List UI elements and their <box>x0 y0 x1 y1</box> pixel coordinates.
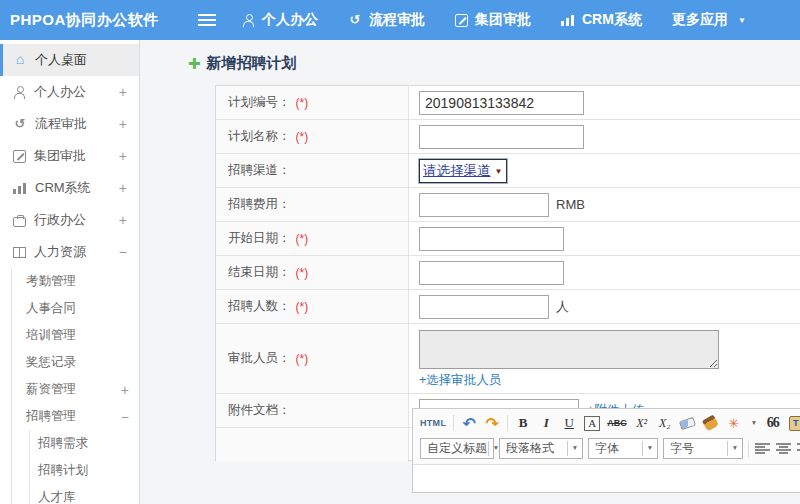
topnav-label: 个人办公 <box>262 11 318 29</box>
edit-icon <box>455 14 468 27</box>
person-icon <box>13 86 26 99</box>
sidebar-item-label: 考勤管理 <box>26 273 76 290</box>
sidebar-item-crm-system[interactable]: CRM系统 + <box>0 172 139 204</box>
sidebar-item-attendance[interactable]: 考勤管理 <box>12 268 139 295</box>
workflow-icon <box>348 13 362 27</box>
bold-button[interactable]: B <box>515 414 531 432</box>
font-size-select[interactable]: 字号 <box>663 438 743 459</box>
topbar: PHPOA协同办公软件 个人办公 流程审批 集团审批 CRM系统 更多应用 <box>0 0 800 40</box>
sidebar-item-label: 奖惩记录 <box>26 354 76 371</box>
sidebar-item-label: 个人桌面 <box>35 51 87 69</box>
align-right-icon[interactable] <box>797 443 800 454</box>
undo-icon[interactable]: ↶ <box>461 414 477 432</box>
collapse-icon[interactable]: − <box>119 244 127 260</box>
fee-input[interactable] <box>419 193 549 217</box>
required-mark: (*) <box>296 300 309 314</box>
eraser-icon[interactable] <box>679 416 696 429</box>
border-text-button[interactable]: A <box>584 416 600 431</box>
topnav-label: 更多应用 <box>672 11 728 29</box>
approvers-textarea[interactable] <box>419 330 719 369</box>
sidebar-item-hr-contract[interactable]: 人事合同 <box>12 295 139 322</box>
start-date-input[interactable] <box>419 227 564 251</box>
blockquote-button[interactable]: 66 <box>765 414 781 432</box>
divider <box>507 415 508 431</box>
plan-number-input[interactable] <box>419 91 584 115</box>
field-label: 结束日期： (*) <box>216 256 409 289</box>
sidebar-item-talent-pool[interactable]: 人才库 <box>30 484 139 504</box>
topnav-label: CRM系统 <box>582 11 642 29</box>
collapse-icon[interactable]: − <box>121 409 129 425</box>
subscript-button[interactable]: X₂ <box>657 414 673 432</box>
superscript-button[interactable]: X² <box>634 414 650 432</box>
editor-content-area[interactable] <box>413 464 800 492</box>
form-row-headcount: 招聘人数： (*) 人 <box>216 290 800 324</box>
font-family-select[interactable]: 字体 <box>588 438 658 459</box>
plus-icon: ✚ <box>188 55 201 73</box>
rich-text-editor: HTML ↶ ↷ B I U A ABC X² X₂ ✳ <box>412 408 800 493</box>
paste-text-icon[interactable]: T <box>789 416 800 431</box>
sidebar-item-personal-office[interactable]: 个人办公 + <box>0 76 139 108</box>
menu-icon[interactable] <box>198 14 216 26</box>
sidebar-item-reward-punishment[interactable]: 奖惩记录 <box>12 349 139 376</box>
expand-icon[interactable]: + <box>119 84 127 100</box>
spell-check-icon[interactable]: ✳ <box>726 414 742 432</box>
sidebar-item-personal-desktop[interactable]: 个人桌面 <box>0 44 139 76</box>
expand-icon[interactable]: + <box>119 212 127 228</box>
caret-down-icon <box>642 441 654 456</box>
headcount-input[interactable] <box>419 295 549 319</box>
form-row-plan-number: 计划编号： (*) <box>216 86 800 120</box>
expand-icon[interactable]: + <box>119 180 127 196</box>
topnav-personal-office[interactable]: 个人办公 <box>242 11 318 29</box>
top-navigation: 个人办公 流程审批 集团审批 CRM系统 更多应用 <box>242 11 747 29</box>
field-label: 招聘费用： <box>216 188 409 221</box>
redo-icon[interactable]: ↷ <box>484 414 500 432</box>
topnav-more-apps[interactable]: 更多应用 <box>672 11 747 29</box>
sidebar-item-salary[interactable]: 薪资管理 + <box>12 376 139 403</box>
align-center-icon[interactable] <box>776 443 791 454</box>
sidebar-item-human-resources[interactable]: 人力资源 − <box>0 236 139 268</box>
field-label: 计划名称： (*) <box>216 120 409 153</box>
topnav-group-approval[interactable]: 集团审批 <box>455 11 531 29</box>
sidebar-item-recruitment-demand[interactable]: 招聘需求 <box>30 430 139 457</box>
required-mark: (*) <box>296 96 309 110</box>
sidebar-item-group-approval[interactable]: 集团审批 + <box>0 140 139 172</box>
strikethrough-button[interactable]: ABC <box>607 414 627 432</box>
caret-down-icon[interactable] <box>750 419 758 428</box>
plan-name-input[interactable] <box>419 125 584 149</box>
expand-icon[interactable]: + <box>119 116 127 132</box>
page-title: 新增招聘计划 <box>207 54 297 73</box>
channel-select[interactable]: 请选择渠道 <box>419 159 507 183</box>
italic-button[interactable]: I <box>538 414 554 432</box>
sidebar-item-recruitment-plan[interactable]: 招聘计划 <box>30 457 139 484</box>
align-left-icon[interactable] <box>755 443 770 454</box>
sidebar-item-training[interactable]: 培训管理 <box>12 322 139 349</box>
format-brush-icon[interactable] <box>702 415 719 432</box>
form-row-end-date: 结束日期： (*) <box>216 256 800 290</box>
sidebar-item-label: 人力资源 <box>34 243 86 261</box>
field-label: 附件文档： <box>216 394 409 427</box>
topnav-label: 流程审批 <box>369 11 425 29</box>
recruitment-submenu: 招聘需求 招聘计划 人才库 <box>29 430 139 504</box>
sidebar-item-workflow-approval[interactable]: 流程审批 + <box>0 108 139 140</box>
expand-icon[interactable]: + <box>119 148 127 164</box>
end-date-input[interactable] <box>419 261 564 285</box>
paragraph-format-select[interactable]: 段落格式 <box>499 438 583 459</box>
sidebar-item-label: 薪资管理 <box>26 381 76 398</box>
sidebar-item-admin-office[interactable]: 行政办公 + <box>0 204 139 236</box>
fee-unit: RMB <box>556 197 585 212</box>
workflow-icon <box>13 117 27 131</box>
topnav-crm-system[interactable]: CRM系统 <box>561 11 642 29</box>
bar-chart-icon <box>13 182 27 194</box>
topnav-workflow-approval[interactable]: 流程审批 <box>348 11 425 29</box>
custom-title-select[interactable]: 自定义标题 <box>420 438 494 459</box>
expand-icon[interactable]: + <box>121 382 129 398</box>
field-label-empty <box>216 428 409 462</box>
sidebar-item-recruitment-management[interactable]: 招聘管理 − <box>12 403 139 430</box>
select-approvers-link[interactable]: +选择审批人员 <box>419 372 501 389</box>
sidebar-item-label: 培训管理 <box>26 327 76 344</box>
underline-button[interactable]: U <box>561 414 577 432</box>
edit-icon <box>13 150 26 163</box>
field-label: 招聘渠道： <box>216 154 409 187</box>
field-label: 开始日期： (*) <box>216 222 409 255</box>
html-source-button[interactable]: HTML <box>420 414 446 432</box>
